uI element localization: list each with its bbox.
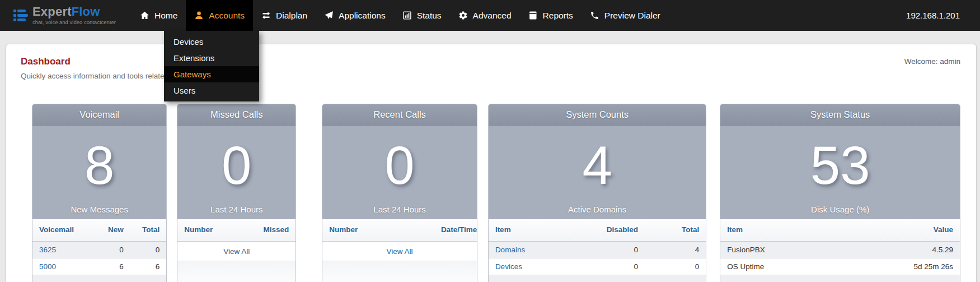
- menu-item-devices[interactable]: Devices: [164, 34, 259, 50]
- partial-next-row: [489, 275, 706, 282]
- metric-value: 8: [85, 126, 114, 205]
- nav-advanced[interactable]: Advanced: [450, 0, 520, 31]
- column-header: Item: [495, 225, 602, 235]
- card-title: System Counts: [489, 104, 706, 126]
- view-all-link[interactable]: View All: [387, 247, 413, 256]
- column-header: Disabled: [601, 225, 638, 235]
- table-header-row: NumberMissed: [177, 219, 296, 242]
- expertflow-logo-icon: [13, 10, 28, 21]
- card-system-counts: System Counts4Active DomainsItemDisabled…: [488, 104, 706, 282]
- cell-value: 0: [124, 246, 160, 254]
- column-header: Item: [727, 225, 862, 235]
- column-header: Number: [184, 225, 247, 235]
- gear-icon: [458, 11, 468, 20]
- cell-value: 6: [124, 262, 160, 271]
- table-header-row: ItemValue: [720, 219, 960, 242]
- metric-label: Last 24 Hours: [373, 205, 425, 214]
- card-title: Voicemail: [32, 104, 166, 126]
- phone-icon: [590, 11, 599, 20]
- row-label: Devices: [495, 262, 602, 271]
- card-title: System Status: [720, 104, 960, 126]
- row-link[interactable]: 5000: [39, 262, 56, 271]
- card-metric: 53Disk Usage (%): [720, 126, 960, 219]
- card-table: ItemValueFusionPBX4.5.29OS Uptime5d 25m …: [720, 219, 960, 282]
- row-label: FusionPBX: [727, 246, 862, 254]
- table-row: Devices00: [489, 258, 706, 275]
- table-empty-area: [177, 261, 296, 282]
- column-header: Total: [638, 225, 699, 235]
- top-navbar: ExpertFlow chat, voice and video contact…: [0, 0, 980, 31]
- page-subtitle: Quickly access information and tools rel…: [21, 72, 168, 80]
- dashboard-cards: Voicemail8New MessagesVoicemailNewTotal3…: [32, 104, 960, 282]
- metric-value: 4: [582, 126, 612, 205]
- cell-value: 4.5.29: [863, 246, 953, 254]
- expertflow-logo[interactable]: ExpertFlow chat, voice and video contact…: [13, 0, 116, 31]
- column-header: Voicemail: [39, 225, 101, 235]
- nav-dialplan[interactable]: Dialplan: [253, 0, 316, 31]
- nav-status[interactable]: Status: [394, 0, 450, 31]
- home-icon: [140, 11, 149, 20]
- table-row: FusionPBX4.5.29: [720, 242, 960, 258]
- metric-label: New Messages: [71, 205, 128, 214]
- column-header: Value: [863, 225, 953, 235]
- welcome-label: Welcome:: [904, 57, 938, 66]
- card-system-status: System Status53Disk Usage (%)ItemValueFu…: [720, 104, 960, 282]
- table-row: OS Uptime5d 25m 26s: [720, 258, 960, 275]
- card-title: Recent Calls: [322, 104, 477, 126]
- column-header: Total: [124, 225, 160, 235]
- card-missed-calls: Missed Calls0Last 24 HoursNumberMissedVi…: [177, 104, 296, 282]
- card-metric: 8New Messages: [32, 126, 166, 219]
- row-link[interactable]: Devices: [495, 262, 522, 271]
- menu-item-users[interactable]: Users: [164, 82, 259, 99]
- row-label: 3625: [39, 246, 101, 254]
- welcome-username-link[interactable]: admin: [940, 57, 960, 66]
- cell-value: 0: [101, 246, 124, 254]
- metric-value: 0: [385, 126, 414, 205]
- logo-tagline: chat, voice and video contactcenter: [32, 19, 116, 25]
- accounts-dropdown-menu: Devices Extensions Gateways Users: [164, 31, 259, 101]
- metric-label: Last 24 Hours: [210, 205, 262, 214]
- table-header-row: NumberDate/Time: [322, 219, 477, 242]
- content-panel: Dashboard Quickly access information and…: [6, 44, 977, 282]
- table-empty-area: [322, 261, 477, 282]
- bar-chart-icon: [402, 11, 412, 20]
- menu-item-gateways[interactable]: Gateways: [164, 66, 259, 82]
- row-link[interactable]: 3625: [39, 246, 56, 254]
- cell-value: 0: [638, 262, 699, 271]
- metric-label: Active Domains: [568, 205, 626, 214]
- nav-home[interactable]: Home: [132, 0, 186, 31]
- view-all-row: View All: [177, 242, 296, 261]
- table-row: 500066: [32, 258, 166, 275]
- column-header: Number: [329, 225, 441, 235]
- card-metric: 0Last 24 Hours: [322, 126, 477, 219]
- card-table: NumberMissedView All: [177, 219, 296, 282]
- card-title: Missed Calls: [177, 104, 296, 126]
- card-table: ItemDisabledTotalDomains04Devices00: [489, 219, 706, 282]
- row-link[interactable]: Domains: [495, 246, 525, 254]
- cell-value: 0: [601, 262, 638, 271]
- nav-preview-dialer[interactable]: Preview Dialer: [582, 0, 669, 31]
- server-ip: 192.168.1.201: [906, 11, 960, 20]
- cell-value: 5d 25m 26s: [863, 262, 953, 271]
- book-icon: [528, 11, 538, 20]
- logo-title: ExpertFlow: [32, 6, 116, 18]
- column-header: New: [101, 225, 124, 235]
- view-all-row: View All: [322, 242, 477, 261]
- nav-applications[interactable]: Applications: [316, 0, 394, 31]
- nav-reports[interactable]: Reports: [520, 0, 582, 31]
- card-metric: 0Last 24 Hours: [177, 126, 296, 219]
- metric-value: 53: [810, 126, 870, 205]
- view-all-link[interactable]: View All: [223, 247, 250, 256]
- page-title: Dashboard: [21, 56, 168, 67]
- column-header: Date/Time: [441, 225, 470, 235]
- menu-item-extensions[interactable]: Extensions: [164, 50, 259, 66]
- column-header: Missed: [247, 225, 289, 235]
- card-table: VoicemailNewTotal362500500066: [32, 219, 166, 282]
- nav-accounts[interactable]: Accounts: [186, 0, 253, 31]
- table-header-row: VoicemailNewTotal: [32, 219, 166, 242]
- main-navigation: Home Accounts Dialplan Applications Stat…: [132, 0, 669, 31]
- swap-arrows-icon: [261, 11, 271, 20]
- welcome-text: Welcome: admin: [904, 57, 960, 66]
- partial-next-row: [32, 275, 166, 282]
- page-header: Dashboard Quickly access information and…: [21, 56, 960, 80]
